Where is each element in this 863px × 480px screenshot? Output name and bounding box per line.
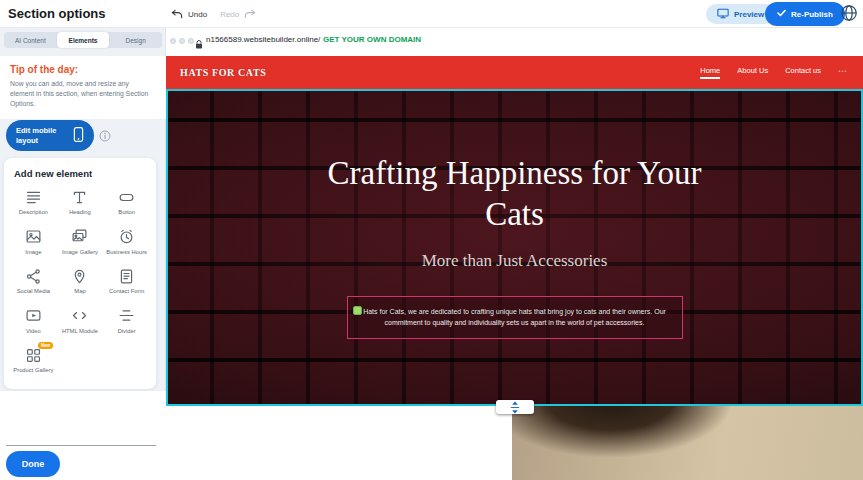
window-dot <box>179 38 185 44</box>
nav-more-menu[interactable]: ⋯ <box>838 66 847 80</box>
sidebar-tabs: AI Content Elements Design <box>4 32 162 48</box>
lock-icon <box>195 36 203 54</box>
tip-body: Now you can add, move and resize any ele… <box>10 79 152 109</box>
element-option-label: Map <box>74 288 85 296</box>
social-media-icon <box>24 267 42 285</box>
hero-body-text: Hats for Cats, we are dedicated to craft… <box>363 308 666 327</box>
element-option-image-gallery[interactable]: Image Gallery <box>58 228 103 257</box>
divider-icon <box>118 307 136 325</box>
html-module-icon <box>71 307 89 325</box>
tab-ai-content[interactable]: AI Content <box>4 32 57 48</box>
element-grid: Description Heading Button <box>11 188 149 375</box>
redo-button[interactable]: Redo <box>220 10 239 19</box>
hero-section[interactable]: Crafting Happiness for Your Cats More th… <box>166 89 863 406</box>
redo-icon[interactable] <box>244 5 256 23</box>
element-option-map[interactable]: Map <box>58 267 103 296</box>
element-option-label: Business Hours <box>106 249 147 257</box>
element-option-label: Contact Form <box>109 288 144 296</box>
product-gallery-icon: New <box>24 346 42 364</box>
image-icon <box>24 228 42 246</box>
info-icon[interactable] <box>99 130 111 142</box>
check-icon <box>777 9 786 19</box>
element-option-label: HTML Module <box>62 328 98 336</box>
republish-button[interactable]: Re-Publish <box>765 2 845 26</box>
site-logo[interactable]: HATS FOR CATS <box>180 56 266 89</box>
description-icon <box>24 188 42 206</box>
contact-form-icon <box>118 267 136 285</box>
nav-item-contact-us[interactable]: Contact us <box>785 66 821 79</box>
edit-mobile-layout-label: Edit mobile layout <box>16 126 68 146</box>
element-option-description[interactable]: Description <box>11 188 56 217</box>
element-option-label: Description <box>19 209 48 217</box>
element-option-product-gallery[interactable]: New Product Gallery <box>11 346 56 375</box>
sidebar-divider <box>6 445 156 446</box>
element-selection-handle[interactable] <box>353 306 362 315</box>
new-badge: New <box>38 342 53 349</box>
tab-elements[interactable]: Elements <box>57 32 110 48</box>
element-option-label: Button <box>118 209 135 217</box>
window-control-dots <box>170 38 194 44</box>
tip-title: Tip of the day: <box>10 64 156 75</box>
phone-icon <box>73 126 84 145</box>
element-option-label: Image <box>25 249 41 257</box>
cat-photo[interactable] <box>512 406 863 480</box>
map-icon <box>71 267 89 285</box>
element-option-label: Divider <box>118 328 136 336</box>
get-own-domain-link[interactable]: GET YOUR OWN DOMAIN <box>323 35 421 44</box>
undo-button[interactable]: Undo <box>188 10 207 19</box>
section-selection-outline <box>166 89 863 406</box>
sidebar: AI Content Elements Design Tip of the da… <box>0 28 166 480</box>
undo-icon[interactable] <box>171 5 183 23</box>
globe-icon <box>840 4 858 25</box>
window-dot <box>170 38 176 44</box>
element-option-label: Image Gallery <box>62 249 98 257</box>
site-nav: Home About Us Contact us ⋯ <box>700 56 847 89</box>
section-resize-handle[interactable] <box>496 400 534 414</box>
page-title: Section options <box>8 0 106 28</box>
element-option-button[interactable]: Button <box>104 188 149 217</box>
republish-button-label: Re-Publish <box>791 10 833 19</box>
add-new-element-title: Add new element <box>11 168 149 179</box>
monitor-icon <box>717 8 729 21</box>
site-header: HATS FOR CATS Home About Us Contact us ⋯ <box>166 56 863 89</box>
app-root: Section options Undo Redo Preview Re-Pub… <box>0 0 863 480</box>
next-section <box>166 406 863 480</box>
element-option-contact-form[interactable]: Contact Form <box>104 267 149 296</box>
video-icon <box>24 307 42 325</box>
image-gallery-icon <box>71 228 89 246</box>
hero-heading[interactable]: Crafting Happiness for Your Cats <box>325 153 705 236</box>
undo-redo-group: Undo Redo <box>171 0 256 28</box>
tab-design[interactable]: Design <box>109 32 162 48</box>
element-option-label: Social Media <box>17 288 50 296</box>
element-option-label: Product Gallery <box>13 367 53 375</box>
edit-mobile-layout-button[interactable]: Edit mobile layout <box>6 120 94 151</box>
business-hours-icon <box>118 228 136 246</box>
element-option-label: Heading <box>69 209 91 217</box>
nav-item-about-us[interactable]: About Us <box>737 66 768 79</box>
element-option-video[interactable]: Video <box>11 307 56 336</box>
element-option-heading[interactable]: Heading <box>58 188 103 217</box>
globe-language-button[interactable] <box>840 5 858 23</box>
top-toolbar: Section options Undo Redo Preview Re-Pub… <box>0 0 863 28</box>
element-option-business-hours[interactable]: Business Hours <box>104 228 149 257</box>
hero-text-box[interactable]: Hats for Cats, we are dedicated to craft… <box>347 296 683 340</box>
element-option-html-module[interactable]: HTML Module <box>58 307 103 336</box>
heading-icon <box>71 188 89 206</box>
element-option-divider[interactable]: Divider <box>104 307 149 336</box>
element-option-label: Video <box>26 328 41 336</box>
preview-button-label: Preview <box>734 10 764 19</box>
add-new-element-panel: Add new element Description Heading <box>4 158 156 389</box>
site-url: n1566589.websitebuilder.online/ <box>206 35 320 44</box>
tip-of-the-day-card: Tip of the day: Now you can add, move an… <box>0 56 166 119</box>
window-dot <box>188 38 194 44</box>
hero-subheading[interactable]: More than Just Accessories <box>166 251 863 271</box>
browser-chrome-bar: n1566589.websitebuilder.online/ GET YOUR… <box>166 28 863 56</box>
element-option-social-media[interactable]: Social Media <box>11 267 56 296</box>
button-icon <box>118 188 136 206</box>
element-option-image[interactable]: Image <box>11 228 56 257</box>
site-preview-canvas: HATS FOR CATS Home About Us Contact us ⋯… <box>166 56 863 480</box>
done-button[interactable]: Done <box>6 451 60 477</box>
nav-item-home[interactable]: Home <box>700 66 720 79</box>
